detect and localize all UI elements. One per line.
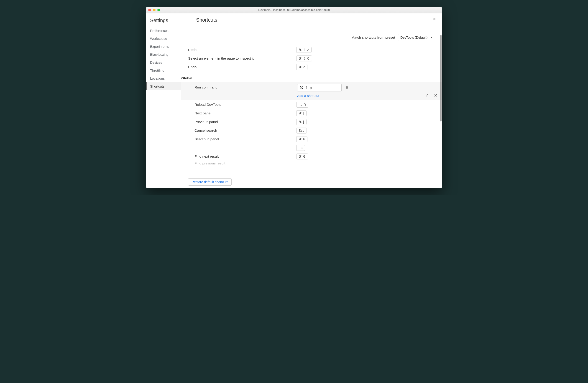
sidebar-item-devices[interactable]: Devices (146, 58, 181, 66)
preset-value: DevTools (Default) (400, 36, 427, 39)
shortcut-row[interactable]: Cancel search Esc (181, 126, 442, 135)
shortcut-row[interactable]: Reload DevTools ⌥ R (181, 100, 442, 109)
scrollbar-thumb[interactable] (440, 35, 441, 121)
shortcut-row[interactable]: Select an element in the page to inspect… (181, 54, 442, 63)
shortcut-label: Find next result (188, 154, 296, 158)
sidebar-item-workspace[interactable]: Workspace (146, 35, 181, 42)
window-title: DevTools - localhost:8080/demo/accessibl… (148, 8, 440, 12)
restore-defaults-button[interactable]: Restore default shortcuts (188, 178, 231, 186)
shortcut-label: Run command (188, 84, 296, 89)
shortcut-keys: ⌘ ⇧ C (296, 56, 312, 61)
shortcuts-list: Redo ⌘ ⇧ Z Select an element in the page… (181, 45, 442, 188)
shortcut-label: Search in panel (188, 137, 296, 141)
shortcut-label: Reload DevTools (188, 103, 296, 107)
preset-select[interactable]: DevTools (Default) (398, 34, 434, 41)
shortcut-input[interactable] (297, 84, 342, 91)
cancel-icon[interactable]: ✕ (434, 93, 438, 98)
sidebar-item-locations[interactable]: Locations (146, 74, 181, 82)
section-global: Global (181, 73, 442, 82)
add-shortcut-link[interactable]: Add a shortcut (297, 94, 319, 97)
page-title: Shortcuts (184, 17, 217, 23)
shortcut-label: Previous panel (188, 120, 296, 124)
shortcut-row-editing: Run command Add a shortcut ✓ ✕ (181, 82, 442, 100)
preset-label: Match shortcuts from preset (351, 36, 395, 39)
shortcut-keys: ⌘ F (296, 136, 307, 142)
shortcut-row[interactable]: Find next result ⌘ G (181, 152, 442, 161)
shortcut-row[interactable]: Search in panel ⌘ F (181, 135, 442, 144)
shortcut-row[interactable]: Next panel ⌘ ] (181, 109, 442, 117)
minimize-icon[interactable] (153, 9, 156, 11)
shortcut-row[interactable]: Redo ⌘ ⇧ Z (181, 45, 442, 54)
shortcut-row[interactable]: Previous panel ⌘ [ (181, 117, 442, 126)
sidebar-item-preferences[interactable]: Preferences (146, 27, 181, 35)
confirm-buttons: ✓ ✕ (425, 93, 438, 98)
shortcut-label: Undo (188, 65, 296, 69)
sidebar-item-shortcuts[interactable]: Shortcuts (146, 82, 181, 90)
sidebar-item-experiments[interactable]: Experiments (146, 42, 181, 51)
sidebar-item-blackboxing[interactable]: Blackboxing (146, 51, 181, 58)
editing-controls: Add a shortcut (297, 84, 349, 97)
shortcut-row-truncated: Find previous result (181, 161, 442, 165)
trash-icon[interactable] (345, 86, 349, 90)
sidebar: Settings Preferences Workspace Experimen… (146, 13, 181, 188)
settings-heading: Settings (146, 17, 181, 27)
check-icon[interactable]: ✓ (425, 93, 429, 98)
close-icon[interactable] (148, 9, 151, 11)
zoom-icon[interactable] (157, 9, 160, 11)
main-panel: ✕ Shortcuts Match shortcuts from preset … (181, 13, 442, 188)
devtools-window: DevTools - localhost:8080/demo/accessibl… (146, 7, 442, 188)
traffic-lights (148, 9, 160, 11)
shortcut-keys: ⌘ Z (296, 64, 307, 70)
shortcut-keys: ⌘ [ (296, 119, 307, 125)
shortcut-label: Redo (188, 48, 296, 52)
close-settings-icon[interactable]: ✕ (432, 16, 437, 22)
shortcut-row[interactable]: Undo ⌘ Z (181, 63, 442, 71)
shortcut-keys: ⌥ R (296, 102, 308, 108)
shortcut-keys: Esc (296, 128, 307, 134)
main-header: Shortcuts (184, 17, 440, 26)
shortcut-keys: ⌘ ⇧ Z (296, 47, 312, 53)
shortcut-keys: F3 (296, 145, 305, 151)
content: Settings Preferences Workspace Experimen… (146, 13, 442, 188)
sidebar-item-throttling[interactable]: Throttling (146, 66, 181, 74)
shortcut-label: Next panel (188, 111, 296, 115)
shortcut-keys: ⌘ ] (296, 110, 307, 116)
shortcut-label: Cancel search (188, 129, 296, 133)
shortcut-label: Select an element in the page to inspect… (188, 57, 296, 60)
footer: Restore default shortcuts (181, 176, 442, 188)
shortcut-row[interactable]: F3 (181, 144, 442, 152)
shortcut-keys: ⌘ G (296, 153, 308, 159)
titlebar: DevTools - localhost:8080/demo/accessibl… (146, 7, 442, 13)
preset-row: Match shortcuts from preset DevTools (De… (181, 26, 442, 45)
